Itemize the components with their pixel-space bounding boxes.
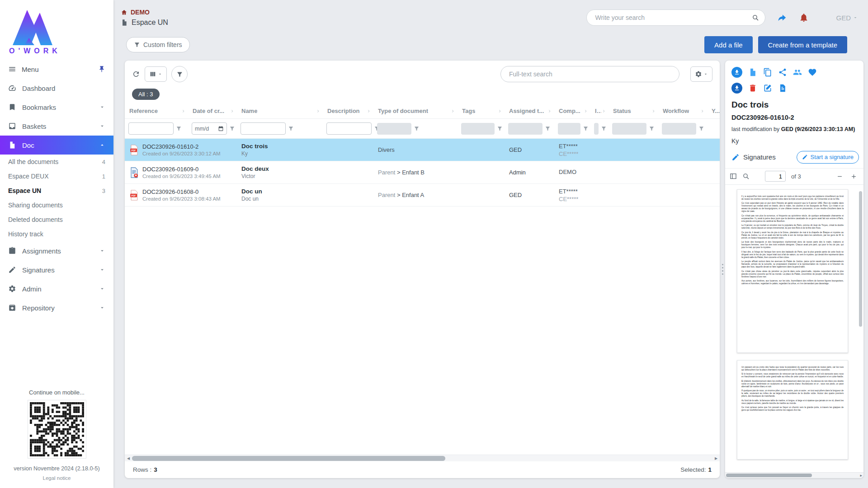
sort-chevron-icon[interactable]	[497, 108, 503, 114]
fulltext-search-input[interactable]	[500, 66, 679, 82]
sort-chevron-icon[interactable]	[601, 108, 607, 114]
filter-funnel-icon[interactable]	[176, 126, 182, 131]
sidebar-item-bookmarks[interactable]: Bookmarks	[0, 98, 113, 117]
sidebar-menu-toggle[interactable]: Menu	[0, 58, 113, 79]
share-icon[interactable]	[777, 13, 787, 23]
column-header-name[interactable]: Name	[237, 103, 323, 118]
scrollbar-thumb[interactable]	[132, 456, 445, 461]
create-from-template-button[interactable]: Create from a template	[758, 36, 847, 53]
column-header-workflow[interactable]: Workflow	[658, 103, 707, 118]
column-header-tags[interactable]: Tags	[458, 103, 505, 118]
filters-button[interactable]	[171, 66, 188, 82]
sort-chevron-icon[interactable]	[583, 108, 589, 114]
sort-chevron-icon[interactable]	[547, 108, 552, 114]
favorite-button[interactable]	[808, 68, 817, 77]
export-button[interactable]	[731, 83, 742, 94]
viewer-vertical-scrollbar[interactable]	[859, 191, 862, 327]
column-filter-input[interactable]	[326, 122, 372, 135]
sidebar-item-admin[interactable]: Admin	[0, 279, 113, 298]
scroll-left-arrow[interactable]: ◀	[125, 455, 132, 462]
sidebar-subitem-deleted-documents[interactable]: Deleted documents	[0, 212, 113, 227]
add-file-button[interactable]: Add a file	[704, 36, 753, 53]
column-header-comp[interactable]: Comp...	[554, 103, 590, 118]
sort-chevron-icon[interactable]	[366, 108, 372, 114]
scroll-right-arrow[interactable]: ▶	[712, 455, 720, 462]
column-filter-select[interactable]	[508, 123, 542, 135]
legal-notice-link[interactable]: Legal notice	[0, 475, 113, 481]
filter-funnel-icon[interactable]	[601, 126, 607, 131]
user-menu[interactable]: GED	[836, 14, 858, 22]
tab-all[interactable]: All : 3	[132, 89, 160, 100]
refresh-button[interactable]	[132, 70, 140, 78]
sort-chevron-icon[interactable]	[181, 108, 186, 114]
table-horizontal-scrollbar[interactable]: ◀ ▶	[125, 455, 720, 461]
column-filter-select[interactable]	[612, 123, 646, 135]
page-number-input[interactable]	[765, 171, 786, 182]
column-header-y[interactable]: Y...	[707, 103, 720, 118]
filter-funnel-icon[interactable]	[698, 126, 704, 131]
column-header-i[interactable]: I...	[590, 103, 609, 118]
column-header-date-of-cr[interactable]: Date of cr...	[188, 103, 237, 118]
zoom-in-icon[interactable]	[850, 173, 857, 180]
start-signature-button[interactable]: Start a signature	[797, 151, 859, 164]
breadcrumb-project[interactable]: DEMO	[121, 9, 168, 16]
column-header-reference[interactable]: Reference	[125, 103, 188, 118]
sidebar-item-dashboard[interactable]: Dashboard	[0, 79, 113, 98]
date-filter-input[interactable]: mm/d	[192, 122, 227, 135]
filter-funnel-icon[interactable]	[229, 126, 235, 131]
sort-chevron-icon[interactable]	[450, 108, 456, 114]
sidebar-subitem-history-track[interactable]: History track	[0, 227, 113, 241]
column-header-status[interactable]: Status	[609, 103, 658, 118]
filter-funnel-icon[interactable]	[649, 126, 655, 131]
sort-chevron-icon[interactable]	[316, 108, 321, 114]
sidebar-item-signatures[interactable]: Signatures	[0, 260, 113, 279]
pin-icon[interactable]	[98, 66, 105, 73]
sidebar-item-doc[interactable]: Doc	[0, 136, 113, 155]
filter-funnel-icon[interactable]	[497, 126, 503, 131]
column-filter-select[interactable]	[461, 123, 495, 135]
column-filter-select[interactable]	[594, 123, 599, 135]
column-filter-select[interactable]	[662, 123, 696, 135]
viewer-search-icon[interactable]	[742, 173, 750, 180]
download-button[interactable]	[731, 67, 742, 78]
edit-button[interactable]	[763, 84, 772, 93]
breadcrumb-space[interactable]: Espace UN	[121, 19, 168, 27]
permissions-button[interactable]	[793, 68, 802, 77]
column-filter-select[interactable]	[377, 123, 411, 135]
global-search-input[interactable]	[586, 9, 765, 26]
sidebar-subitem-all-the-documents[interactable]: All the documents4	[0, 155, 113, 169]
pdf-preview[interactable]: Il y a aujourd'hui trois cent quarante-h…	[725, 185, 863, 472]
hamburger-icon[interactable]	[8, 65, 16, 73]
table-row[interactable]: DOC230926-01609-0Created on 9/26/2023 3:…	[125, 161, 720, 184]
sidebar-subitem-espace-un[interactable]: Espace UN3	[0, 183, 113, 198]
column-header-type-of-document[interactable]: Type of document	[373, 103, 458, 118]
viewer-sidebar-icon[interactable]	[730, 173, 737, 180]
share-button[interactable]	[778, 68, 787, 77]
calendar-icon[interactable]	[218, 126, 224, 131]
sidebar-subitem-sharing-documents[interactable]: Sharing documents	[0, 198, 113, 212]
notifications-bell-icon[interactable]	[799, 13, 809, 23]
app-logo[interactable]: O'WORK	[0, 0, 113, 58]
column-filter-input[interactable]	[128, 122, 174, 135]
viewer-horizontal-scrollbar[interactable]: ▸	[725, 472, 863, 478]
new-version-button[interactable]	[748, 68, 757, 77]
table-settings-button[interactable]	[690, 66, 712, 82]
column-filter-select[interactable]	[558, 123, 580, 135]
sidebar-item-repository[interactable]: Repository	[0, 298, 113, 317]
copy-button[interactable]	[763, 68, 772, 77]
sidebar-item-assignments[interactable]: Assignments	[0, 241, 113, 260]
custom-filters-button[interactable]: Custom filters	[126, 37, 190, 52]
filter-funnel-icon[interactable]	[545, 126, 551, 131]
columns-button[interactable]	[145, 66, 167, 82]
column-header-description[interactable]: Description	[323, 103, 373, 118]
delete-button[interactable]	[748, 84, 757, 93]
filter-funnel-icon[interactable]	[414, 126, 420, 131]
filter-funnel-icon[interactable]	[288, 126, 294, 131]
properties-button[interactable]	[778, 84, 787, 93]
filter-funnel-icon[interactable]	[583, 126, 589, 131]
sidebar-subitem-espace-deux[interactable]: Espace DEUX1	[0, 169, 113, 183]
column-filter-input[interactable]	[241, 122, 286, 135]
sort-chevron-icon[interactable]	[651, 108, 656, 114]
panel-splitter[interactable]	[720, 61, 725, 478]
sort-chevron-icon[interactable]	[230, 108, 235, 114]
